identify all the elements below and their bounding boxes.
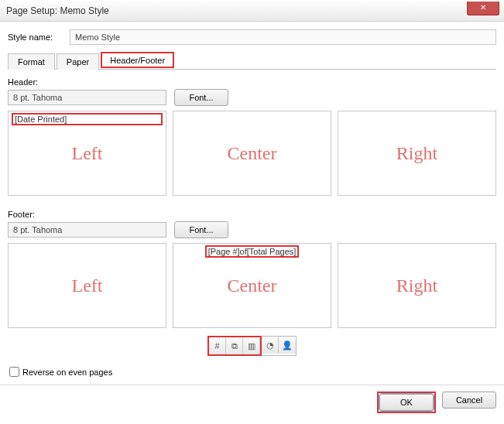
header-left-box[interactable]: [Date Printed] Left (8, 111, 166, 196)
tab-format[interactable]: Format (8, 53, 55, 70)
header-center-box[interactable]: Center (173, 111, 331, 196)
reverse-even-row: Reverse on even pages (9, 367, 496, 377)
overprint-right: Right (338, 111, 495, 195)
header-font-display: 8 pt. Tahoma (8, 90, 166, 105)
insert-time-button[interactable]: ◔ (262, 337, 279, 354)
footer-center-box[interactable]: [Page #]of[Total Pages] Center (173, 243, 331, 328)
style-name-row: Style name: Memo Style (8, 29, 496, 45)
style-name-label: Style name: (8, 32, 70, 42)
header-left-token: [Date Printed] (12, 113, 163, 125)
header-boxes: [Date Printed] Left Center Right (8, 111, 496, 196)
ok-button[interactable]: OK (379, 394, 434, 411)
close-button[interactable]: ✕ (467, 2, 499, 15)
header-font-row: 8 pt. Tahoma Font... (8, 89, 496, 106)
footer-font-button[interactable]: Font... (174, 221, 228, 238)
reverse-even-checkbox[interactable] (9, 367, 19, 377)
dialog-button-row: OK Cancel (0, 385, 504, 419)
footer-section: Footer: 8 pt. Tahoma Font... Left [Page … (8, 210, 496, 328)
insert-date-button[interactable]: ▥ (243, 337, 260, 354)
tab-header-footer[interactable]: Header/Footer (102, 54, 173, 67)
footer-label: Footer: (8, 210, 496, 219)
style-name-input[interactable]: Memo Style (70, 29, 496, 45)
header-right-box[interactable]: Right (338, 111, 496, 196)
titlebar: Page Setup: Memo Style ✕ (0, 0, 504, 22)
footer-font-display: 8 pt. Tahoma (8, 222, 166, 238)
footer-font-row: 8 pt. Tahoma Font... (8, 221, 496, 238)
tab-paper[interactable]: Paper (57, 53, 99, 70)
footer-right-box[interactable]: Right (338, 243, 496, 328)
footer-center-token: [Page #]of[Total Pages] (205, 245, 300, 258)
tab-headerfooter-highlight: Header/Footer (101, 52, 174, 68)
overprint-right-2: Right (338, 244, 495, 327)
tab-strip: Format Paper Header/Footer (8, 53, 496, 70)
ok-highlight: OK (377, 392, 436, 413)
dialog-content: Style name: Memo Style Format Paper Head… (0, 22, 504, 377)
header-section: Header: 8 pt. Tahoma Font... [Date Print… (8, 77, 496, 196)
window-title: Page Setup: Memo Style (6, 5, 109, 16)
insert-field-toolbar: # ⧉ ▥ ◔ 👤 (8, 336, 496, 356)
header-label: Header: (8, 77, 496, 87)
header-font-button[interactable]: Font... (174, 89, 228, 106)
overprint-left-2: Left (9, 244, 166, 327)
footer-left-box[interactable]: Left (8, 243, 166, 328)
toolbar-highlight: # ⧉ ▥ (207, 336, 262, 356)
reverse-even-label: Reverse on even pages (22, 368, 112, 377)
insert-user-button[interactable]: 👤 (279, 337, 296, 354)
footer-boxes: Left [Page #]of[Total Pages] Center Righ… (8, 243, 496, 328)
insert-page-number-button[interactable]: # (209, 337, 226, 354)
overprint-center: Center (173, 111, 331, 195)
cancel-button[interactable]: Cancel (442, 392, 496, 409)
insert-total-pages-button[interactable]: ⧉ (226, 337, 243, 354)
